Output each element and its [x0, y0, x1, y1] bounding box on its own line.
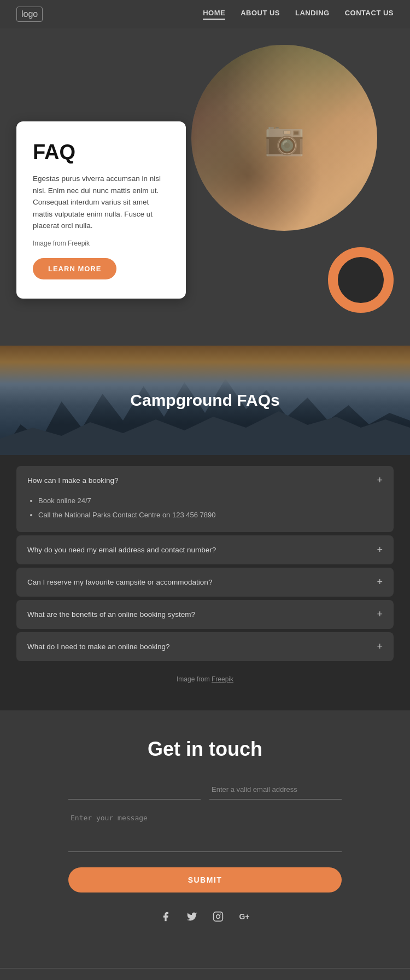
faq-item: Why do you need my email address and con… — [16, 535, 394, 564]
freepik-link[interactable]: Freepik — [212, 675, 233, 683]
nav-about[interactable]: ABOUT US — [241, 9, 280, 20]
nav-home[interactable]: HOME — [203, 9, 225, 20]
faq-list: How can I make a booking? + Book online … — [0, 455, 410, 710]
faq-question: What are the benefits of an online booki… — [27, 610, 195, 619]
twitter-icon[interactable] — [184, 909, 200, 924]
faq-answer-item: Book online 24/7 — [38, 495, 383, 507]
contact-title: Get in touch — [16, 738, 394, 761]
faq-item-header[interactable]: What are the benefits of an online booki… — [16, 600, 394, 629]
campground-section: Campground FAQs How can I make a booking… — [0, 346, 410, 710]
instagram-icon[interactable] — [210, 909, 226, 924]
campground-hero-bg: Campground FAQs — [0, 346, 410, 455]
navbar: logo HOME ABOUT US LANDING CONTACT US — [0, 0, 410, 28]
footer: Sample text. Click to select the text bo… — [0, 968, 410, 980]
faq-card-title: FAQ — [33, 141, 169, 164]
contact-form: SUBMIT — [68, 780, 342, 909]
facebook-icon[interactable] — [158, 909, 173, 924]
faq-plus-icon: + — [377, 609, 383, 620]
faq-item: What do I need to make an online booking… — [16, 632, 394, 661]
faq-plus-icon: + — [377, 544, 383, 556]
faq-item-header[interactable]: Why do you need my email address and con… — [16, 535, 394, 564]
contact-message-input[interactable] — [68, 808, 342, 852]
contact-name-input[interactable] — [68, 780, 201, 800]
faq-item-header[interactable]: How can I make a booking? + — [16, 466, 394, 495]
campground-image-credit: Image from Freepik — [16, 664, 394, 689]
contact-email-input[interactable] — [209, 780, 342, 800]
googleplus-icon[interactable]: G+ — [237, 909, 252, 924]
faq-item: What are the benefits of an online booki… — [16, 600, 394, 629]
faq-question: Why do you need my email address and con… — [27, 546, 216, 554]
faq-item-header[interactable]: Can I reserve my favourite campsite or a… — [16, 568, 394, 597]
faq-plus-icon: + — [377, 576, 383, 588]
faq-plus-icon: + — [377, 641, 383, 652]
nav-links: HOME ABOUT US LANDING CONTACT US — [203, 9, 394, 20]
contact-section: Get in touch SUBMIT G+ — [0, 710, 410, 968]
faq-card: FAQ Egestas purus viverra accumsan in ni… — [16, 121, 186, 299]
svg-point-2 — [220, 914, 221, 915]
hero-image — [191, 45, 377, 231]
learn-more-button[interactable]: LEARN MORE — [33, 258, 116, 279]
faq-answer-item: Call the National Parks Contact Centre o… — [38, 509, 383, 521]
faq-item: Can I reserve my favourite campsite or a… — [16, 568, 394, 597]
faq-plus-icon: + — [377, 475, 383, 486]
faq-card-image-credit: Image from Freepik — [33, 240, 169, 247]
hero-section: FAQ Egestas purus viverra accumsan in ni… — [0, 28, 410, 346]
svg-point-1 — [216, 915, 220, 919]
social-icons: G+ — [16, 909, 394, 924]
nav-contact[interactable]: CONTACT US — [345, 9, 394, 20]
faq-question: How can I make a booking? — [27, 476, 119, 485]
faq-question: What do I need to make an online booking… — [27, 643, 169, 651]
svg-rect-0 — [214, 912, 223, 921]
faq-answer: Book online 24/7 Call the National Parks… — [16, 495, 394, 532]
contact-name-email-row — [68, 780, 342, 800]
faq-card-text: Egestas purus viverra accumsan in nisl n… — [33, 173, 169, 232]
faq-question: Can I reserve my favourite campsite or a… — [27, 578, 212, 586]
logo: logo — [16, 7, 43, 22]
faq-item-header[interactable]: What do I need to make an online booking… — [16, 632, 394, 661]
orange-ring-decoration — [328, 247, 394, 313]
submit-button[interactable]: SUBMIT — [68, 867, 342, 892]
faq-item: How can I make a booking? + Book online … — [16, 466, 394, 532]
campground-title: Campground FAQs — [130, 391, 279, 410]
nav-landing[interactable]: LANDING — [295, 9, 330, 20]
